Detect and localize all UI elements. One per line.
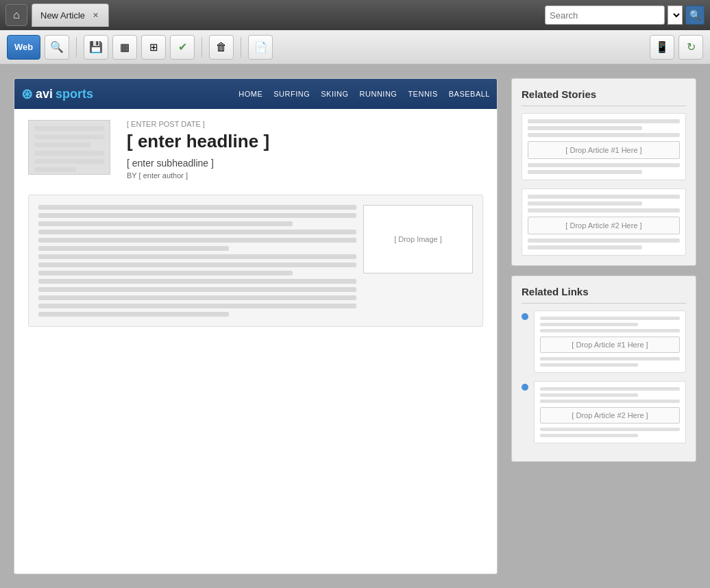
main-area: ⊛ avisports HOME SURFING SKIING RUNNING … (0, 64, 710, 588)
article-editor: ⊛ avisports HOME SURFING SKIING RUNNING … (14, 78, 498, 574)
tab-bar: ⌂ New Article ✕ 🔍 (0, 0, 710, 30)
body-line (38, 287, 356, 292)
toolbar-right: 📱 ↻ (650, 35, 703, 60)
link-card-lines-bottom (540, 357, 680, 367)
nav-skiing[interactable]: SKIING (321, 90, 348, 98)
logo-icon: ⊛ (21, 86, 33, 102)
card-line (528, 208, 680, 212)
related-stories-title: Related Stories (522, 88, 686, 106)
search-tool-button[interactable]: 🔍 (45, 35, 69, 60)
panels-button[interactable]: ⊞ (141, 35, 166, 60)
site-nav: ⊛ avisports HOME SURFING SKIING RUNNING … (14, 79, 497, 109)
card-line (528, 170, 642, 174)
toolbar: Web 🔍 💾 ▦ ⊞ ✔ 🗑 📄 📱 ↻ (0, 30, 710, 64)
card-line (528, 201, 642, 206)
sidebar: Related Stories [ Drop Article #1 Here ] (511, 78, 696, 574)
card-line (528, 245, 642, 249)
related-stories-panel: Related Stories [ Drop Article #1 Here ] (511, 78, 696, 266)
headline-field[interactable]: [ enter headline ] (127, 131, 483, 152)
link-card-line (540, 393, 638, 397)
post-date-field[interactable]: [ ENTER POST DATE ] (127, 120, 483, 128)
body-line (38, 230, 356, 234)
link-card-line (540, 317, 680, 320)
drop-link-2-zone[interactable]: [ Drop Article #2 Here ] (540, 407, 680, 424)
card-line (528, 133, 680, 137)
card-line (528, 195, 680, 199)
web-mode-button[interactable]: Web (7, 35, 40, 60)
logo-sports: sports (56, 87, 93, 101)
toolbar-separator-2 (201, 37, 202, 58)
card-lines-bottom (528, 238, 680, 249)
drop-link-1-zone[interactable]: [ Drop Article #1 Here ] (540, 336, 680, 353)
save-icon: 💾 (89, 40, 103, 53)
link-card-line (540, 323, 638, 326)
mobile-icon: 📱 (655, 40, 669, 53)
article-content: [ ENTER POST DATE ] [ enter headline ] [… (14, 109, 497, 338)
related-link-item-2: [ Drop Article #2 Here ] (522, 381, 686, 443)
placeholder-line (34, 159, 104, 164)
drop-article-2-zone[interactable]: [ Drop Article #2 Here ] (528, 217, 680, 234)
body-line (38, 221, 293, 226)
body-line (38, 238, 356, 243)
article-body-area[interactable]: [ Drop Image ] (28, 195, 483, 327)
drop-article-1-zone[interactable]: [ Drop Article #1 Here ] (528, 141, 680, 159)
placeholder-line (34, 167, 76, 172)
home-button[interactable]: ⌂ (5, 4, 27, 26)
drop-image-label: [ Drop Image ] (394, 235, 442, 243)
grid-button[interactable]: ▦ (112, 35, 137, 60)
nav-running[interactable]: RUNNING (360, 90, 397, 98)
search-tool-icon: 🔍 (50, 40, 64, 53)
link-card-line (540, 428, 680, 431)
tab-close-button[interactable]: ✕ (90, 11, 100, 21)
save-button[interactable]: 💾 (84, 35, 108, 60)
body-line (38, 246, 229, 251)
link-card-1: [ Drop Article #1 Here ] (534, 310, 686, 373)
grid-icon: ▦ (120, 41, 130, 53)
body-line (38, 312, 229, 317)
document-icon: 📄 (254, 41, 267, 53)
related-links-title: Related Links (522, 286, 686, 304)
trash-button[interactable]: 🗑 (209, 35, 234, 60)
link-card-line (540, 363, 638, 367)
link-card-2: [ Drop Article #2 Here ] (534, 381, 686, 443)
mobile-view-button[interactable]: 📱 (650, 35, 674, 60)
panels-icon: ⊞ (149, 41, 158, 53)
nav-links: HOME SURFING SKIING RUNNING TENNIS BASEB… (238, 90, 490, 98)
link-card-lines-bottom (540, 428, 680, 437)
body-line (38, 213, 356, 218)
link-bullet-1 (522, 313, 528, 320)
drop-image-zone[interactable]: [ Drop Image ] (363, 205, 473, 273)
nav-baseball[interactable]: BASEBALL (449, 90, 490, 98)
link-card-line (540, 387, 680, 391)
link-bullet-2 (522, 384, 528, 391)
byline-author: [ enter author ] (139, 171, 188, 180)
document-button[interactable]: 📄 (248, 35, 273, 60)
placeholder-line (34, 151, 104, 156)
refresh-button[interactable]: ↻ (678, 35, 703, 60)
related-link-item-1: [ Drop Article #1 Here ] (522, 310, 686, 373)
link-card-line (540, 329, 680, 332)
card-line (528, 163, 680, 167)
body-line (38, 271, 293, 275)
search-dropdown[interactable] (668, 5, 683, 25)
nav-surfing[interactable]: SURFING (273, 90, 310, 98)
search-input[interactable] (545, 5, 665, 25)
link-card-lines-top (540, 317, 680, 332)
link-card-line (540, 357, 680, 360)
card-lines-top (528, 119, 680, 137)
tab-label: New Article (40, 10, 85, 21)
related-links-panel: Related Links [ Drop Article #1 Here ] (511, 275, 696, 462)
card-line (528, 126, 642, 130)
placeholder-line (34, 134, 104, 139)
toolbar-separator-1 (76, 37, 77, 58)
byline-field[interactable]: BY [ enter author ] (127, 171, 483, 180)
link-card-lines-top (540, 387, 680, 403)
new-article-tab[interactable]: New Article ✕ (32, 3, 109, 27)
subheadline-field[interactable]: [ enter subheadline ] (127, 158, 483, 169)
card-lines-bottom (528, 163, 680, 174)
nav-home[interactable]: HOME (238, 90, 262, 98)
nav-tennis[interactable]: TENNIS (408, 90, 437, 98)
search-button[interactable]: 🔍 (685, 5, 705, 25)
check-button[interactable]: ✔ (170, 35, 195, 60)
card-lines-top (528, 195, 680, 212)
